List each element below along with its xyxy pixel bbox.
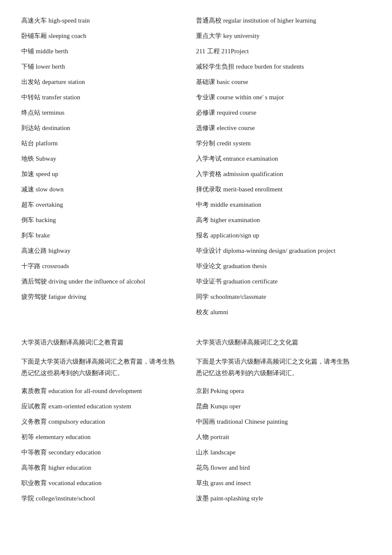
vocab-item: 加速 speed up bbox=[21, 166, 196, 182]
vocab-item: 入学资格 admission qualification bbox=[196, 166, 371, 182]
vocab-item: 同学 schoolmate/classmate bbox=[196, 289, 371, 304]
education-desc: 下面是大学英语六级翻译高频词汇之教育篇，请考生熟悉记忆这些易考到的六级翻译词汇。 bbox=[21, 356, 196, 379]
vocab-item: 减速 slow down bbox=[21, 182, 196, 197]
culture-title: 大学英语六级翻译高频词汇之文化篇 bbox=[196, 337, 371, 348]
vocab-item: 初等 elementary education bbox=[21, 429, 196, 445]
vocab-item: 中考 middle examination bbox=[196, 197, 371, 212]
vocab-item: 刹车 brake bbox=[21, 228, 196, 243]
culture-vocab-list: 京剧 Peking opera昆曲 Kunqu oper中国画 traditio… bbox=[196, 383, 371, 506]
vocab-item: 疲劳驾驶 fatigue driving bbox=[21, 289, 196, 304]
vocab-item: 职业教育 vocational education bbox=[21, 475, 196, 491]
vocab-item: 减轻学生负担 reduce burden for students bbox=[196, 59, 371, 74]
vocab-item: 义务教育 compulsory education bbox=[21, 414, 196, 429]
vocab-item: 毕业论文 graduation thesis bbox=[196, 258, 371, 274]
vocab-item: 到达站 destination bbox=[21, 120, 196, 136]
vocab-item: 毕业设计 diploma-winning design/ graduation … bbox=[196, 243, 371, 258]
vocab-item: 地铁 Subway bbox=[21, 151, 196, 166]
vocab-item: 酒后驾驶 driving under the influence of alco… bbox=[21, 274, 196, 289]
vocab-item: 学分制 credit system bbox=[196, 136, 371, 151]
vocab-item: 必修课 required course bbox=[196, 105, 371, 120]
culture-section: 大学英语六级翻译高频词汇之文化篇 下面是大学英语六级翻译高频词汇之文化篇，请考生… bbox=[196, 328, 371, 506]
vocab-item: 京剧 Peking opera bbox=[196, 383, 371, 399]
right-vocab-col: 普通高校 regular institution of higher learn… bbox=[196, 13, 371, 320]
vocab-item: 高速火车 high-speed train bbox=[21, 13, 196, 28]
culture-desc: 下面是大学英语六级翻译高频词汇之文化篇，请考生熟悉记忆这些易考到的六级翻译词汇。 bbox=[196, 356, 371, 379]
vocab-item: 泼墨 paint-splashing style bbox=[196, 491, 371, 506]
vocab-item: 站台 platform bbox=[21, 136, 196, 151]
vocab-item: 专业课 course within one' s major bbox=[196, 90, 371, 105]
vocab-item: 高等教育 higher education bbox=[21, 460, 196, 475]
vocab-item: 毕业证书 graduation certificate bbox=[196, 274, 371, 289]
education-section: 大学英语六级翻译高频词汇之教育篇 下面是大学英语六级翻译高频词汇之教育篇，请考生… bbox=[21, 328, 196, 506]
vocab-item: 超车 overtaking bbox=[21, 197, 196, 212]
vocab-item: 选修课 elective course bbox=[196, 120, 371, 136]
vocab-item: 211 工程 211Project bbox=[196, 43, 371, 59]
vocab-item: 花鸟 flower and bird bbox=[196, 460, 371, 475]
vocab-item: 高考 higher examination bbox=[196, 212, 371, 228]
vocab-item: 卧铺车厢 sleeping coach bbox=[21, 28, 196, 43]
vocab-item: 十字路 crossroads bbox=[21, 258, 196, 274]
vocab-item: 学院 college/institute/school bbox=[21, 491, 196, 506]
vocab-item: 基础课 basic course bbox=[196, 74, 371, 90]
vocab-item: 应试教育 exam-oriented education system bbox=[21, 399, 196, 414]
vocab-item: 中等教育 secondary education bbox=[21, 445, 196, 460]
vocab-item: 校友 alumni bbox=[196, 304, 371, 320]
vocab-item: 山水 landscape bbox=[196, 445, 371, 460]
vocab-item: 择优录取 merit-based enrollment bbox=[196, 182, 371, 197]
vocab-item: 素质教育 education for all-round development bbox=[21, 383, 196, 399]
vocab-item: 草虫 grass and insect bbox=[196, 475, 371, 491]
vocab-item: 人物 portrait bbox=[196, 429, 371, 445]
vocab-item: 下铺 lower berth bbox=[21, 59, 196, 74]
vocab-item: 中国画 traditional Chinese painting bbox=[196, 414, 371, 429]
vocab-item: 高速公路 highway bbox=[21, 243, 196, 258]
education-vocab-list: 素质教育 education for all-round development… bbox=[21, 383, 196, 506]
left-vocab-col: 高速火车 high-speed train卧铺车厢 sleeping coach… bbox=[21, 13, 196, 320]
vocab-item: 出发站 departure station bbox=[21, 74, 196, 90]
vocab-item: 入学考试 entrance examination bbox=[196, 151, 371, 166]
vocab-item: 倒车 backing bbox=[21, 212, 196, 228]
vocab-item: 中铺 middle berth bbox=[21, 43, 196, 59]
vocab-item: 报名 application/sign up bbox=[196, 228, 371, 243]
vocab-item: 普通高校 regular institution of higher learn… bbox=[196, 13, 371, 28]
education-title: 大学英语六级翻译高频词汇之教育篇 bbox=[21, 337, 196, 348]
vocab-item: 终点站 terminus bbox=[21, 105, 196, 120]
vocab-item: 重点大学 key university bbox=[196, 28, 371, 43]
vocab-item: 昆曲 Kunqu oper bbox=[196, 399, 371, 414]
vocab-item: 中转站 transfer station bbox=[21, 90, 196, 105]
